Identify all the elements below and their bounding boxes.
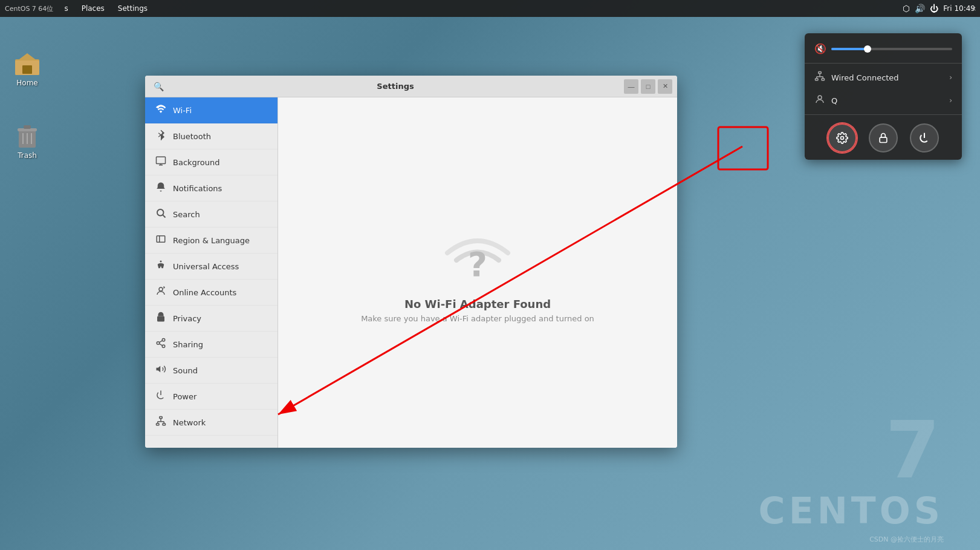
sidebar-item-bluetooth[interactable]: Bluetooth	[145, 123, 277, 149]
sidebar-item-sharing[interactable]: Sharing	[145, 332, 277, 358]
tray-buttons	[805, 117, 962, 155]
online-accounts-icon	[155, 286, 167, 299]
centos-number: 7	[759, 411, 944, 489]
sidebar-universal-label: Universal Access	[173, 262, 239, 271]
sidebar-item-power[interactable]: Power	[145, 384, 277, 410]
svg-point-19	[160, 261, 162, 263]
sound-icon	[155, 364, 167, 377]
privacy-icon	[155, 312, 167, 325]
taskbar-menus: s Places Settings	[58, 3, 154, 14]
power-tray-icon[interactable]: ⏻	[930, 4, 938, 13]
sidebar-network-label: Network	[173, 418, 206, 427]
svg-rect-12	[157, 157, 166, 163]
svg-line-16	[163, 215, 165, 217]
sidebar-background-label: Background	[173, 158, 220, 167]
sidebar-item-online[interactable]: Online Accounts	[145, 280, 277, 306]
sidebar-search-label: Search	[173, 210, 200, 219]
background-icon	[155, 156, 167, 169]
sidebar-item-universal[interactable]: Universal Access	[145, 254, 277, 280]
sidebar-wifi-label: Wi-Fi	[173, 106, 192, 115]
network-icon	[155, 416, 167, 429]
sidebar-item-wifi[interactable]: Wi-Fi	[145, 97, 277, 123]
main-content: ? No Wi-Fi Adapter Found Make sure you h…	[278, 97, 677, 448]
power-icon	[155, 390, 167, 403]
search-icon	[155, 208, 167, 221]
tray-power-btn[interactable]	[910, 123, 939, 152]
svg-marker-28	[157, 366, 161, 373]
window-search-btn[interactable]: 🔍	[150, 78, 167, 95]
svg-rect-51	[718, 127, 768, 169]
wired-label: Wired Connected	[831, 73, 899, 82]
sidebar-item-network[interactable]: Network	[145, 410, 277, 436]
no-wifi-graphic: ?	[441, 223, 514, 286]
taskbar-app-title: CentOS 7 64位	[0, 4, 58, 13]
settings-window: 🔍 Settings — □ ✕ Wi-Fi	[145, 76, 677, 448]
tray-settings-btn[interactable]	[828, 123, 857, 152]
svg-rect-39	[816, 79, 819, 80]
sidebar-region-label: Region & Language	[173, 236, 250, 245]
wired-icon	[814, 71, 825, 84]
trash-label: Trash	[18, 151, 37, 160]
window-maximize-btn[interactable]: □	[641, 79, 655, 94]
wifi-icon	[155, 103, 167, 117]
sidebar-item-sound[interactable]: Sound	[145, 358, 277, 384]
window-minimize-btn[interactable]: —	[624, 79, 638, 94]
network-tray-icon[interactable]: ⬡	[903, 4, 910, 13]
universal-access-icon	[155, 260, 167, 273]
window-close-btn[interactable]: ✕	[658, 79, 672, 94]
svg-rect-32	[163, 424, 166, 425]
svg-point-15	[157, 209, 164, 216]
sidebar-notifications-label: Notifications	[173, 184, 222, 193]
svg-point-24	[157, 342, 160, 345]
svg-point-20	[159, 287, 163, 291]
svg-rect-17	[157, 236, 165, 243]
svg-line-10	[158, 133, 161, 135]
svg-point-46	[841, 137, 844, 140]
sidebar-item-notifications[interactable]: Notifications	[145, 175, 277, 201]
sidebar-item-region[interactable]: Region & Language	[145, 228, 277, 254]
tray-divider-1	[805, 63, 962, 64]
window-title: Settings	[167, 82, 624, 91]
svg-rect-30	[160, 417, 163, 419]
svg-point-45	[818, 96, 822, 99]
taskbar-menu-s[interactable]: s	[58, 3, 74, 14]
window-titlebar: 🔍 Settings — □ ✕	[145, 76, 677, 97]
tray-lock-btn[interactable]	[869, 123, 898, 152]
volume-slider[interactable]	[831, 48, 952, 50]
sidebar-item-privacy[interactable]: Privacy	[145, 306, 277, 332]
sidebar-item-background[interactable]: Background	[145, 149, 277, 175]
window-controls: — □ ✕	[624, 79, 672, 94]
svg-rect-3	[22, 65, 32, 74]
taskbar-menu-places[interactable]: Places	[76, 3, 111, 14]
centos-credit: CSDN @捡六便士的月亮	[869, 535, 944, 544]
sidebar-online-label: Online Accounts	[173, 288, 236, 297]
user-icon	[814, 94, 825, 107]
svg-point-23	[162, 339, 165, 342]
volume-row: 🔇	[805, 41, 962, 61]
sidebar-sound-label: Sound	[173, 366, 198, 375]
svg-point-25	[162, 345, 165, 348]
tray-wired-row[interactable]: Wired Connected ›	[805, 66, 962, 89]
system-tray-popup: 🔇 Wired Connected ›	[805, 33, 962, 160]
desktop-icon-trash[interactable]: Trash	[6, 121, 48, 160]
taskbar-menu-settings[interactable]: Settings	[112, 3, 154, 14]
trash-icon	[13, 121, 42, 150]
tray-user-row[interactable]: Q ›	[805, 89, 962, 112]
taskbar-app-close[interactable]: ×	[968, 0, 980, 17]
user-arrow: ›	[949, 96, 952, 105]
svg-rect-47	[880, 137, 887, 142]
settings-sidebar: Wi-Fi Bluetooth	[145, 97, 278, 448]
svg-marker-2	[18, 53, 37, 61]
region-icon	[155, 234, 167, 247]
svg-rect-6	[24, 125, 31, 129]
centos-watermark: 7 CENTOS	[759, 411, 944, 532]
taskbar: CentOS 7 64位 × s Places Settings ⬡ 🔊 ⏻ F…	[0, 0, 980, 17]
sidebar-item-search[interactable]: Search	[145, 201, 277, 228]
volume-tray-icon[interactable]: 🔊	[915, 4, 925, 13]
svg-line-26	[159, 344, 162, 345]
no-wifi-title: No Wi-Fi Adapter Found	[404, 298, 551, 310]
desktop-icon-home[interactable]: Home	[6, 48, 48, 87]
home-label: Home	[16, 79, 37, 87]
sidebar-power-label: Power	[173, 392, 196, 401]
sharing-icon	[155, 338, 167, 351]
